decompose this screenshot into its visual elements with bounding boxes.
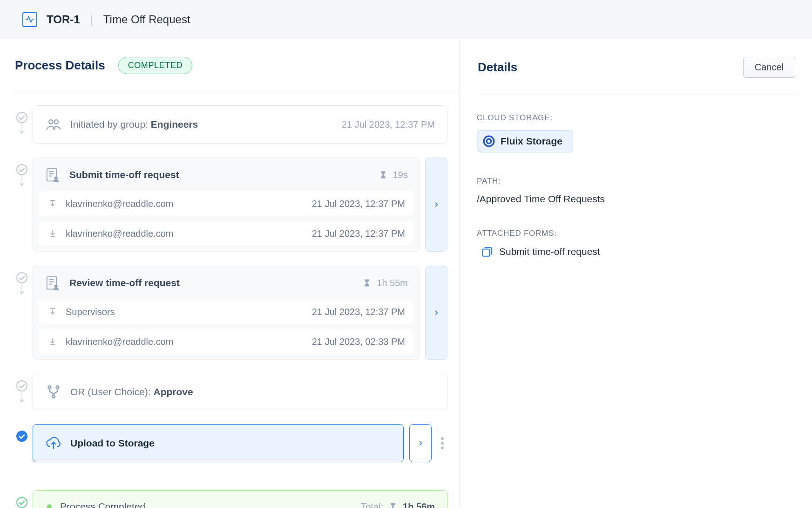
cloud-storage-label: CLOUD STORAGE:: [477, 113, 795, 123]
details-panel: Details Cancel CLOUD STORAGE: Fluix Stor…: [460, 39, 812, 508]
upload-card[interactable]: Upload to Storage: [33, 424, 404, 462]
initiated-time: 21 Jul 2023, 12:37 PM: [342, 119, 435, 130]
svg-point-0: [49, 120, 53, 124]
workflow-code: TOR-1: [47, 13, 80, 26]
step-completed: Process Completed Total: 1h 56m: [13, 490, 447, 508]
path-label: PATH:: [477, 177, 795, 186]
workflow-title: Time Off Request: [103, 13, 190, 26]
submit-title: Submit time-off request: [69, 169, 379, 180]
arrow-down-to-bar-icon: [47, 198, 58, 209]
upload-more-menu[interactable]: [437, 424, 447, 462]
initiated-card: Initiated by group: Engineers 21 Jul 202…: [33, 105, 447, 144]
hourglass-icon: [363, 279, 371, 287]
svg-point-25: [487, 139, 491, 144]
svg-point-24: [484, 136, 494, 146]
svg-point-22: [52, 395, 55, 398]
status-dot-icon: [47, 504, 52, 508]
expand-review-button[interactable]: [425, 266, 447, 360]
completed-card: Process Completed Total: 1h 56m: [33, 490, 447, 508]
or-choice-prefix: OR (User Choice):: [70, 386, 151, 397]
form-user-icon: [44, 275, 61, 291]
initiated-prefix: Initiated by group:: [70, 119, 148, 130]
arrow-down-to-bar-icon: [47, 306, 58, 317]
submit-duration: 19s: [393, 170, 408, 180]
download-icon: [47, 228, 58, 239]
total-label: Total:: [361, 501, 383, 508]
download-icon: [47, 336, 58, 347]
svg-point-1: [54, 120, 58, 124]
checkmark-icon: [16, 272, 27, 283]
status-badge: COMPLETED: [118, 57, 192, 74]
step-review: Review time-off request 1h 55m Superviso…: [13, 266, 447, 374]
hourglass-icon: [379, 171, 387, 179]
review-duration: 1h 55m: [377, 278, 408, 288]
workflow-icon: [22, 12, 37, 27]
checkmark-icon: [16, 112, 27, 123]
checkmark-icon: [16, 164, 27, 175]
details-title: Details: [478, 60, 517, 75]
step-submit: Submit time-off request 19s klavrinenko@…: [13, 158, 447, 266]
process-title: Process Details: [15, 58, 105, 73]
or-choice-card: OR (User Choice): Approve: [33, 374, 447, 410]
process-panel: Process Details COMPLETED: [0, 39, 460, 508]
form-stack-icon: [480, 246, 493, 258]
cloud-upload-icon: [45, 435, 62, 452]
or-choice-value: Approve: [154, 386, 193, 397]
cancel-button[interactable]: Cancel: [743, 57, 795, 78]
app-header: TOR-1 | Time Off Request: [0, 0, 812, 39]
svg-rect-26: [482, 249, 489, 256]
header-separator: |: [90, 13, 93, 26]
attached-form-link[interactable]: Submit time-off request: [477, 246, 795, 258]
checkmark-icon: [16, 380, 27, 391]
step-initiated: Initiated by group: Engineers 21 Jul 202…: [13, 105, 447, 158]
submit-user-row-2: klavrinenko@readdle.com 21 Jul 2023, 12:…: [39, 221, 413, 246]
total-duration: 1h 56m: [403, 501, 435, 508]
cloud-storage-chip[interactable]: Fluix Storage: [477, 130, 573, 152]
review-user-row-2: klavrinenko@readdle.com 21 Jul 2023, 02:…: [39, 330, 413, 354]
fluix-storage-icon: [483, 135, 495, 147]
review-title: Review time-off request: [69, 277, 363, 288]
expand-submit-button[interactable]: [425, 158, 447, 252]
completed-label: Process Completed: [60, 501, 361, 508]
group-icon: [45, 116, 62, 133]
svg-point-20: [48, 386, 51, 389]
review-user-row-1: Supervisors 21 Jul 2023, 12:37 PM: [39, 300, 413, 324]
branch-icon: [45, 384, 62, 400]
checkmark-filled-icon: [16, 431, 27, 442]
path-value: /Approved Time Off Requests: [477, 193, 795, 205]
initiated-group: Engineers: [151, 119, 198, 130]
submit-card[interactable]: Submit time-off request 19s klavrinenko@…: [33, 158, 420, 252]
review-card[interactable]: Review time-off request 1h 55m Superviso…: [33, 266, 420, 360]
form-user-icon: [44, 166, 61, 183]
submit-user-row-1: klavrinenko@readdle.com 21 Jul 2023, 12:…: [39, 192, 413, 216]
hourglass-icon: [389, 502, 397, 508]
svg-point-21: [56, 386, 59, 389]
attached-forms-label: ATTACHED FORMS:: [477, 229, 795, 238]
step-or-choice: OR (User Choice): Approve: [13, 374, 447, 424]
checkmark-icon: [16, 497, 27, 508]
expand-upload-button[interactable]: [409, 424, 432, 462]
upload-title: Upload to Storage: [70, 438, 391, 449]
step-upload: Upload to Storage: [13, 424, 447, 490]
